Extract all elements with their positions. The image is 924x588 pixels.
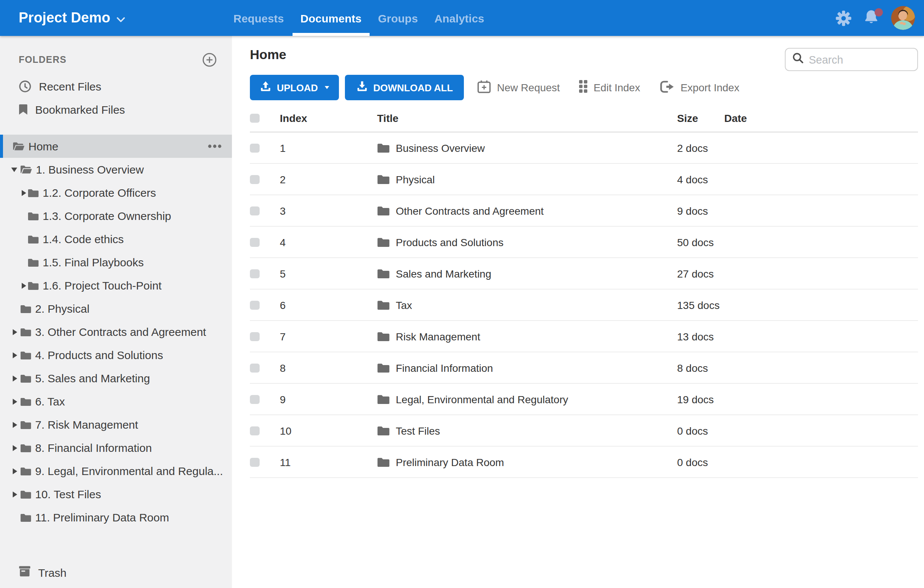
tree-item-1-6-project-touch-point[interactable]: 1.6. Project Touch-Point xyxy=(0,274,232,297)
tree-item-1-4-code-ethics[interactable]: 1.4. Code ethics xyxy=(0,227,232,250)
sidebar-item-recent-files[interactable]: Recent Files xyxy=(0,75,232,98)
tree-item-4-products-and-solutions[interactable]: 4. Products and Solutions xyxy=(0,343,232,367)
row-checkbox[interactable] xyxy=(250,332,260,341)
row-checkbox[interactable] xyxy=(250,363,260,372)
notifications-button[interactable] xyxy=(863,9,879,27)
select-all-checkbox[interactable] xyxy=(250,114,260,123)
row-size: 13 docs xyxy=(677,330,724,342)
row-checkbox[interactable] xyxy=(250,206,260,215)
search-input[interactable] xyxy=(809,53,906,66)
row-title[interactable]: Tax xyxy=(396,299,412,311)
row-size: 0 docs xyxy=(677,456,724,468)
table-row[interactable]: 11Preliminary Data Room0 docs xyxy=(250,446,918,478)
table-row[interactable]: 7Risk Management13 docs xyxy=(250,321,918,352)
add-folder-button[interactable] xyxy=(202,53,217,68)
caret-right-icon[interactable] xyxy=(12,444,20,451)
new-request-button[interactable]: New Request xyxy=(478,80,560,96)
folder-icon xyxy=(28,211,39,220)
table-row[interactable]: 9Legal, Environmental and Regulatory19 d… xyxy=(250,384,918,415)
folder-icon xyxy=(20,304,31,313)
row-title[interactable]: Preliminary Data Room xyxy=(396,456,504,468)
tree-item-1-3-corporate-ownership[interactable]: 1.3. Corporate Ownership xyxy=(0,204,232,227)
tree-item-home[interactable]: Home xyxy=(0,135,232,158)
tree-item-1-5-final-playbooks[interactable]: 1.5. Final Playbooks xyxy=(0,250,232,274)
tree-item-label: 3. Other Contracts and Agreement xyxy=(35,325,206,338)
tree-item-6-tax[interactable]: 6. Tax xyxy=(0,390,232,413)
avatar[interactable] xyxy=(891,6,915,30)
tree-item-label: 1.6. Project Touch-Point xyxy=(43,279,162,292)
table-row[interactable]: 3Other Contracts and Agreement9 docs xyxy=(250,195,918,227)
caret-right-icon[interactable] xyxy=(12,328,20,336)
export-index-label: Export Index xyxy=(680,82,739,94)
project-title: Project Demo xyxy=(19,10,111,26)
row-title[interactable]: Test Files xyxy=(396,425,440,436)
caret-right-icon[interactable] xyxy=(12,398,20,405)
row-checkbox[interactable] xyxy=(250,143,260,152)
settings-button[interactable] xyxy=(836,10,851,26)
table-row[interactable]: 10Test Files0 docs xyxy=(250,415,918,446)
caret-right-icon[interactable] xyxy=(12,490,20,498)
caret-right-icon[interactable] xyxy=(12,351,20,359)
row-title[interactable]: Business Overview xyxy=(396,142,485,154)
row-title[interactable]: Legal, Environmental and Regulatory xyxy=(396,393,568,405)
row-checkbox[interactable] xyxy=(250,458,260,466)
tree-item-1-2-corporate-officers[interactable]: 1.2. Corporate Officers xyxy=(0,181,232,204)
table-row[interactable]: 1Business Overview2 docs xyxy=(250,132,918,164)
tree-item-1-business-overview[interactable]: 1. Business Overview xyxy=(0,158,232,181)
sidebar-item-bookmarked-files[interactable]: Bookmarked Files xyxy=(0,98,232,121)
chevron-down-icon xyxy=(325,86,329,89)
search-box[interactable] xyxy=(785,48,918,71)
column-header-index: Index xyxy=(280,112,377,124)
tree-item-label: 11. Preliminary Data Room xyxy=(35,511,169,524)
row-title[interactable]: Sales and Marketing xyxy=(396,267,491,279)
caret-down-icon[interactable] xyxy=(12,166,20,173)
tree-item-9-legal-environmental-and-regula[interactable]: 9. Legal, Environmental and Regula... xyxy=(0,460,232,483)
row-checkbox[interactable] xyxy=(250,395,260,404)
tab-analytics[interactable]: Analytics xyxy=(426,0,492,36)
caret-right-icon[interactable] xyxy=(12,467,20,475)
tree-item-2-physical[interactable]: 2. Physical xyxy=(0,297,232,320)
row-checkbox[interactable] xyxy=(250,426,260,435)
tree-item-3-other-contracts-and-agreement[interactable]: 3. Other Contracts and Agreement xyxy=(0,320,232,343)
top-bar-actions xyxy=(836,0,915,36)
tab-documents[interactable]: Documents xyxy=(292,0,370,36)
tab-requests[interactable]: Requests xyxy=(225,0,292,36)
row-title[interactable]: Financial Information xyxy=(396,362,493,374)
caret-right-icon[interactable] xyxy=(12,421,20,428)
clock-icon xyxy=(19,80,31,93)
row-title[interactable]: Other Contracts and Agreement xyxy=(396,204,544,217)
export-index-button[interactable]: Export Index xyxy=(660,81,739,95)
tree-item-11-preliminary-data-room[interactable]: 11. Preliminary Data Room xyxy=(0,506,232,529)
sidebar-item-trash[interactable]: Trash xyxy=(19,561,67,583)
tree-item-10-test-files[interactable]: 10. Test Files xyxy=(0,483,232,506)
caret-right-icon[interactable] xyxy=(21,282,28,289)
tab-groups[interactable]: Groups xyxy=(370,0,426,36)
download-all-button[interactable]: DOWNLOAD ALL xyxy=(345,75,464,100)
edit-index-button[interactable]: Edit Index xyxy=(579,80,640,95)
table-row[interactable]: 2Physical4 docs xyxy=(250,164,918,195)
table-row[interactable]: 6Tax135 docs xyxy=(250,290,918,321)
row-checkbox[interactable] xyxy=(250,300,260,309)
table-row[interactable]: 8Financial Information8 docs xyxy=(250,352,918,384)
row-title[interactable]: Physical xyxy=(396,173,435,185)
row-title[interactable]: Products and Solutions xyxy=(396,236,503,248)
edit-index-label: Edit Index xyxy=(594,82,640,94)
tree-item-8-financial-information[interactable]: 8. Financial Information xyxy=(0,436,232,460)
shortcut-label: Bookmarked Files xyxy=(35,103,125,116)
caret-right-icon[interactable] xyxy=(21,189,28,196)
project-switcher[interactable]: Project Demo xyxy=(19,10,125,26)
row-index: 6 xyxy=(280,299,377,311)
tree-item-5-sales-and-marketing[interactable]: 5. Sales and Marketing xyxy=(0,367,232,390)
row-title[interactable]: Risk Management xyxy=(396,330,480,342)
caret-right-icon[interactable] xyxy=(12,374,20,382)
tree-item-7-risk-management[interactable]: 7. Risk Management xyxy=(0,413,232,436)
folder-overflow-menu[interactable] xyxy=(208,144,221,148)
row-checkbox[interactable] xyxy=(250,269,260,278)
row-checkbox[interactable] xyxy=(250,175,260,184)
folder-icon xyxy=(20,466,31,475)
upload-button[interactable]: UPLOAD xyxy=(250,75,339,100)
table-row[interactable]: 4Products and Solutions50 docs xyxy=(250,227,918,258)
shortcut-label: Recent Files xyxy=(39,80,101,93)
table-row[interactable]: 5Sales and Marketing27 docs xyxy=(250,258,918,290)
row-checkbox[interactable] xyxy=(250,237,260,247)
